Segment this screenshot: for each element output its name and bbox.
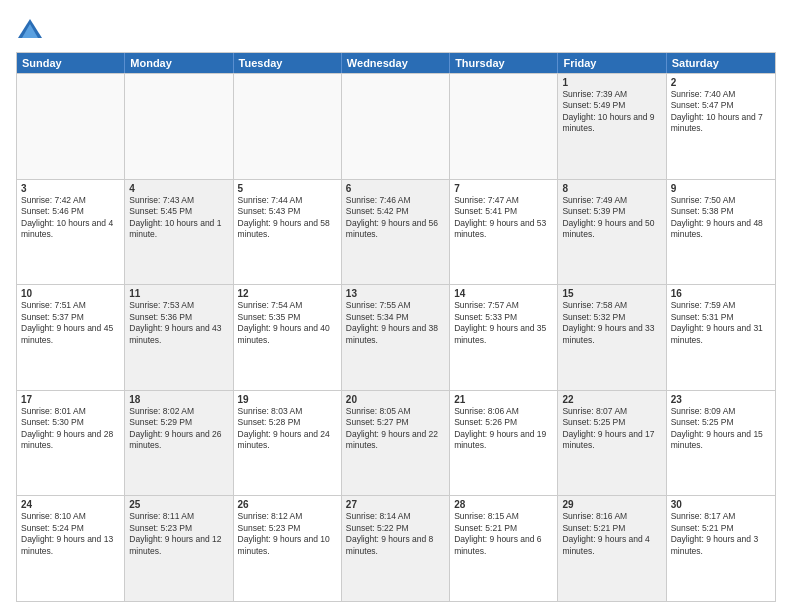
day-info: Sunrise: 7:47 AM Sunset: 5:41 PM Dayligh… <box>454 195 546 239</box>
day-number: 5 <box>238 183 337 194</box>
day-info: Sunrise: 8:15 AM Sunset: 5:21 PM Dayligh… <box>454 511 541 555</box>
day-info: Sunrise: 8:07 AM Sunset: 5:25 PM Dayligh… <box>562 406 654 450</box>
calendar-day-cell: 16Sunrise: 7:59 AM Sunset: 5:31 PM Dayli… <box>667 285 775 390</box>
calendar-day-cell: 13Sunrise: 7:55 AM Sunset: 5:34 PM Dayli… <box>342 285 450 390</box>
calendar-day-cell: 10Sunrise: 7:51 AM Sunset: 5:37 PM Dayli… <box>17 285 125 390</box>
day-number: 1 <box>562 77 661 88</box>
calendar-day-cell: 21Sunrise: 8:06 AM Sunset: 5:26 PM Dayli… <box>450 391 558 496</box>
day-info: Sunrise: 7:40 AM Sunset: 5:47 PM Dayligh… <box>671 89 763 133</box>
day-info: Sunrise: 8:05 AM Sunset: 5:27 PM Dayligh… <box>346 406 438 450</box>
calendar-day-cell: 22Sunrise: 8:07 AM Sunset: 5:25 PM Dayli… <box>558 391 666 496</box>
day-info: Sunrise: 8:11 AM Sunset: 5:23 PM Dayligh… <box>129 511 221 555</box>
calendar-day-cell: 17Sunrise: 8:01 AM Sunset: 5:30 PM Dayli… <box>17 391 125 496</box>
calendar-header-cell: Saturday <box>667 53 775 73</box>
day-number: 26 <box>238 499 337 510</box>
calendar-header-cell: Monday <box>125 53 233 73</box>
day-info: Sunrise: 7:59 AM Sunset: 5:31 PM Dayligh… <box>671 300 763 344</box>
calendar-day-cell: 1Sunrise: 7:39 AM Sunset: 5:49 PM Daylig… <box>558 74 666 179</box>
calendar-day-cell: 11Sunrise: 7:53 AM Sunset: 5:36 PM Dayli… <box>125 285 233 390</box>
calendar-day-cell: 24Sunrise: 8:10 AM Sunset: 5:24 PM Dayli… <box>17 496 125 601</box>
day-info: Sunrise: 7:57 AM Sunset: 5:33 PM Dayligh… <box>454 300 546 344</box>
calendar-day-cell: 3Sunrise: 7:42 AM Sunset: 5:46 PM Daylig… <box>17 180 125 285</box>
calendar-day-cell: 25Sunrise: 8:11 AM Sunset: 5:23 PM Dayli… <box>125 496 233 601</box>
day-number: 21 <box>454 394 553 405</box>
calendar-day-cell: 12Sunrise: 7:54 AM Sunset: 5:35 PM Dayli… <box>234 285 342 390</box>
day-number: 9 <box>671 183 771 194</box>
calendar-day-cell: 29Sunrise: 8:16 AM Sunset: 5:21 PM Dayli… <box>558 496 666 601</box>
calendar-day-cell: 19Sunrise: 8:03 AM Sunset: 5:28 PM Dayli… <box>234 391 342 496</box>
calendar-week-row: 1Sunrise: 7:39 AM Sunset: 5:49 PM Daylig… <box>17 73 775 179</box>
calendar-week-row: 17Sunrise: 8:01 AM Sunset: 5:30 PM Dayli… <box>17 390 775 496</box>
day-number: 8 <box>562 183 661 194</box>
day-number: 2 <box>671 77 771 88</box>
day-number: 16 <box>671 288 771 299</box>
day-number: 6 <box>346 183 445 194</box>
day-number: 3 <box>21 183 120 194</box>
day-info: Sunrise: 7:50 AM Sunset: 5:38 PM Dayligh… <box>671 195 763 239</box>
day-number: 12 <box>238 288 337 299</box>
day-number: 17 <box>21 394 120 405</box>
calendar-day-cell: 15Sunrise: 7:58 AM Sunset: 5:32 PM Dayli… <box>558 285 666 390</box>
calendar-header-cell: Sunday <box>17 53 125 73</box>
page: SundayMondayTuesdayWednesdayThursdayFrid… <box>0 0 792 612</box>
day-number: 25 <box>129 499 228 510</box>
calendar-day-cell <box>450 74 558 179</box>
day-info: Sunrise: 8:03 AM Sunset: 5:28 PM Dayligh… <box>238 406 330 450</box>
header <box>16 16 776 44</box>
day-number: 13 <box>346 288 445 299</box>
day-number: 22 <box>562 394 661 405</box>
calendar-day-cell <box>17 74 125 179</box>
day-info: Sunrise: 8:16 AM Sunset: 5:21 PM Dayligh… <box>562 511 649 555</box>
calendar-week-row: 10Sunrise: 7:51 AM Sunset: 5:37 PM Dayli… <box>17 284 775 390</box>
day-number: 27 <box>346 499 445 510</box>
calendar-day-cell <box>342 74 450 179</box>
day-number: 28 <box>454 499 553 510</box>
calendar-day-cell: 26Sunrise: 8:12 AM Sunset: 5:23 PM Dayli… <box>234 496 342 601</box>
day-info: Sunrise: 8:10 AM Sunset: 5:24 PM Dayligh… <box>21 511 113 555</box>
day-info: Sunrise: 7:46 AM Sunset: 5:42 PM Dayligh… <box>346 195 438 239</box>
day-number: 11 <box>129 288 228 299</box>
day-number: 29 <box>562 499 661 510</box>
calendar-week-row: 3Sunrise: 7:42 AM Sunset: 5:46 PM Daylig… <box>17 179 775 285</box>
calendar-day-cell <box>125 74 233 179</box>
day-info: Sunrise: 7:43 AM Sunset: 5:45 PM Dayligh… <box>129 195 221 239</box>
day-number: 4 <box>129 183 228 194</box>
day-info: Sunrise: 7:42 AM Sunset: 5:46 PM Dayligh… <box>21 195 113 239</box>
calendar-day-cell: 20Sunrise: 8:05 AM Sunset: 5:27 PM Dayli… <box>342 391 450 496</box>
day-info: Sunrise: 7:44 AM Sunset: 5:43 PM Dayligh… <box>238 195 330 239</box>
calendar-week-row: 24Sunrise: 8:10 AM Sunset: 5:24 PM Dayli… <box>17 495 775 601</box>
day-info: Sunrise: 8:06 AM Sunset: 5:26 PM Dayligh… <box>454 406 546 450</box>
day-info: Sunrise: 7:51 AM Sunset: 5:37 PM Dayligh… <box>21 300 113 344</box>
calendar-day-cell: 4Sunrise: 7:43 AM Sunset: 5:45 PM Daylig… <box>125 180 233 285</box>
day-info: Sunrise: 7:49 AM Sunset: 5:39 PM Dayligh… <box>562 195 654 239</box>
day-info: Sunrise: 8:02 AM Sunset: 5:29 PM Dayligh… <box>129 406 221 450</box>
calendar-header-cell: Friday <box>558 53 666 73</box>
day-number: 23 <box>671 394 771 405</box>
calendar-header-cell: Thursday <box>450 53 558 73</box>
day-number: 30 <box>671 499 771 510</box>
day-number: 10 <box>21 288 120 299</box>
calendar-day-cell: 2Sunrise: 7:40 AM Sunset: 5:47 PM Daylig… <box>667 74 775 179</box>
calendar-body: 1Sunrise: 7:39 AM Sunset: 5:49 PM Daylig… <box>17 73 775 601</box>
calendar-day-cell: 14Sunrise: 7:57 AM Sunset: 5:33 PM Dayli… <box>450 285 558 390</box>
day-number: 20 <box>346 394 445 405</box>
calendar-day-cell: 18Sunrise: 8:02 AM Sunset: 5:29 PM Dayli… <box>125 391 233 496</box>
calendar-day-cell: 7Sunrise: 7:47 AM Sunset: 5:41 PM Daylig… <box>450 180 558 285</box>
day-info: Sunrise: 7:55 AM Sunset: 5:34 PM Dayligh… <box>346 300 438 344</box>
logo <box>16 16 48 44</box>
calendar-day-cell: 27Sunrise: 8:14 AM Sunset: 5:22 PM Dayli… <box>342 496 450 601</box>
day-info: Sunrise: 7:58 AM Sunset: 5:32 PM Dayligh… <box>562 300 654 344</box>
calendar-day-cell: 6Sunrise: 7:46 AM Sunset: 5:42 PM Daylig… <box>342 180 450 285</box>
calendar-day-cell: 23Sunrise: 8:09 AM Sunset: 5:25 PM Dayli… <box>667 391 775 496</box>
calendar-day-cell: 5Sunrise: 7:44 AM Sunset: 5:43 PM Daylig… <box>234 180 342 285</box>
calendar-day-cell: 9Sunrise: 7:50 AM Sunset: 5:38 PM Daylig… <box>667 180 775 285</box>
calendar-day-cell: 8Sunrise: 7:49 AM Sunset: 5:39 PM Daylig… <box>558 180 666 285</box>
day-info: Sunrise: 8:14 AM Sunset: 5:22 PM Dayligh… <box>346 511 433 555</box>
calendar-header-cell: Wednesday <box>342 53 450 73</box>
day-info: Sunrise: 8:12 AM Sunset: 5:23 PM Dayligh… <box>238 511 330 555</box>
day-number: 14 <box>454 288 553 299</box>
calendar-header: SundayMondayTuesdayWednesdayThursdayFrid… <box>17 53 775 73</box>
day-number: 7 <box>454 183 553 194</box>
calendar-header-cell: Tuesday <box>234 53 342 73</box>
calendar-day-cell <box>234 74 342 179</box>
